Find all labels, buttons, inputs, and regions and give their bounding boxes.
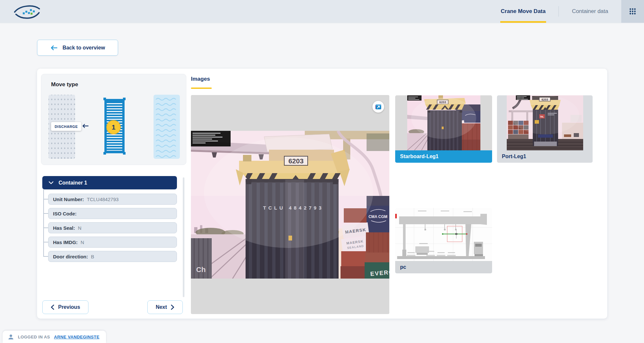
panel-scrollbar[interactable] — [183, 177, 184, 297]
tree-stub — [43, 242, 48, 242]
field-value: N — [78, 225, 82, 231]
corner-pin — [103, 98, 106, 100]
chevron-left-icon — [51, 305, 54, 310]
tree-stub — [43, 213, 48, 214]
tab-crane-move-data-label: Crane Move Data — [501, 8, 546, 15]
main-image-viewer: Ch CMA CGM MAERSK MAERSK SEALAND — [191, 95, 389, 314]
main-photo-starboard-leg1[interactable]: Ch CMA CGM MAERSK MAERSK SEALAND — [191, 131, 389, 279]
tree-stub — [43, 227, 48, 228]
nav-tabs: Crane Move Data Container data — [488, 0, 621, 23]
corner-pin — [123, 152, 126, 155]
thumbnail-caption-pc: pc — [395, 261, 492, 273]
thumbnail-label: Port-Leg1 — [502, 154, 526, 159]
thumbnail-port-leg1[interactable]: 6203 TAL — [497, 95, 593, 163]
previous-button[interactable]: Previous — [42, 300, 88, 314]
tab-crane-move-data[interactable]: Crane Move Data — [488, 0, 559, 23]
container-number-badge: 1 — [106, 120, 121, 134]
user-icon — [8, 334, 14, 340]
thumbnail-starboard-photo: 6203 — [407, 95, 480, 150]
field-value: B — [91, 254, 94, 259]
container-accordion-header[interactable]: Container 1 — [42, 176, 177, 189]
corner-pin — [123, 98, 126, 100]
container-accordion-title: Container 1 — [59, 180, 87, 186]
water-graphic — [154, 95, 180, 159]
tab-container-data[interactable]: Container data — [559, 0, 621, 23]
move-type-badge: DISCHARGE — [51, 122, 81, 131]
images-title-underline — [191, 88, 212, 89]
chevron-right-icon — [171, 305, 174, 310]
field-label: Unit Number: — [53, 197, 84, 202]
thumbnail-pc[interactable]: pc — [395, 208, 492, 273]
tree-stub — [43, 199, 48, 199]
back-button-label: Back to overview — [62, 45, 105, 51]
thumbnail-label: pc — [400, 264, 406, 270]
back-arrow-icon — [50, 45, 58, 51]
field-door-direction: Door direction: B — [48, 251, 177, 262]
field-label: Door direction: — [53, 254, 88, 259]
next-button-label: Next — [156, 304, 167, 310]
main-card: Move type DISCHARGE 1 — [37, 69, 607, 319]
field-label: ISO Code: — [53, 211, 77, 216]
thumbnail-caption-starboard: Starboard-Leg1 — [395, 150, 492, 163]
thumbnail-label: Starboard-Leg1 — [400, 154, 438, 159]
back-to-overview-button[interactable]: Back to overview — [37, 40, 118, 56]
logged-in-user-link[interactable]: ARNE VANDEGINSTE — [54, 335, 100, 339]
field-unit-number: Unit Number: TCLU4842793 — [48, 194, 177, 205]
previous-button-label: Previous — [58, 304, 80, 310]
field-label: Has IMDG: — [53, 240, 78, 245]
company-logo — [13, 3, 41, 20]
move-direction-arrow-icon — [82, 123, 89, 129]
logged-in-pill: LOGGED IN AS ARNE VANDEGINSTE — [3, 331, 106, 343]
apps-grid-button[interactable] — [621, 0, 644, 23]
field-iso-code: ISO Code: — [48, 208, 177, 219]
thumbnail-caption-port: Port-Leg1 — [497, 150, 593, 163]
move-type-panel: Move type DISCHARGE 1 — [41, 74, 186, 165]
next-button[interactable]: Next — [147, 300, 183, 314]
field-label: Has Seal: — [53, 225, 75, 231]
corner-pin — [103, 152, 106, 155]
field-value: TCLU4842793 — [87, 197, 119, 202]
images-section-title: Images — [191, 76, 210, 82]
field-value: N — [81, 240, 84, 245]
thumbnail-port-photo: 6203 TAL — [507, 95, 583, 150]
tab-container-data-label: Container data — [572, 8, 608, 15]
open-in-new-window-icon — [375, 104, 382, 110]
open-image-button[interactable] — [372, 101, 384, 113]
thumbnail-starboard-leg1[interactable]: 6203 — [395, 95, 492, 163]
tree-connector — [43, 189, 44, 257]
thumbnail-pc-schematic — [395, 208, 492, 261]
logged-in-text: LOGGED IN AS — [18, 335, 50, 339]
field-has-seal: Has Seal: N — [48, 222, 177, 233]
tree-stub — [43, 256, 48, 257]
field-has-imdg: Has IMDG: N — [48, 237, 177, 248]
grid-dots-icon — [629, 7, 637, 15]
chevron-down-icon — [49, 181, 53, 184]
move-type-title: Move type — [51, 81, 78, 88]
top-nav-bar: Crane Move Data Container data — [0, 0, 644, 23]
